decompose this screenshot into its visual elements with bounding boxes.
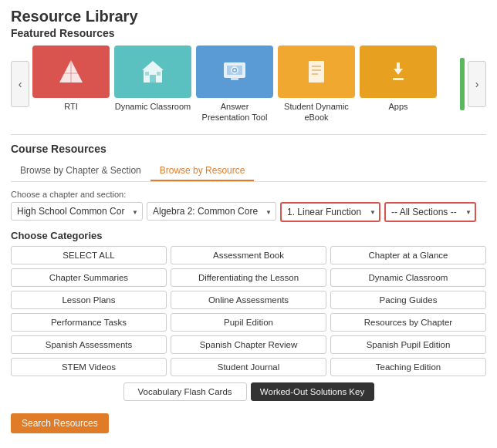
bottom-btn-worked-out[interactable]: Worked-Out Solutions Key [251, 382, 374, 401]
resource-card-label-rti: RTI [64, 101, 78, 112]
svg-rect-10 [231, 78, 238, 80]
tabs-row: Browse by Chapter & Section Browse by Re… [11, 161, 486, 182]
resource-card-label-apps: Apps [388, 101, 407, 112]
resource-card-label-dynamic: Dynamic Classroom [115, 101, 191, 112]
course-select[interactable]: Algebra 2: Common Core [147, 202, 276, 221]
bottom-row: Vocabulary Flash CardsWorked-Out Solutio… [11, 382, 486, 401]
svg-marker-4 [142, 61, 164, 70]
tab-chapter-section[interactable]: Browse by Chapter & Section [11, 161, 150, 181]
svg-rect-17 [393, 78, 404, 80]
course-wrapper: Algebra 2: Common Core [147, 202, 276, 222]
category-btn-teaching-edition[interactable]: Teaching Edition [330, 358, 486, 376]
carousel-prev-button[interactable]: ‹ [11, 61, 29, 107]
category-btn-stem-videos[interactable]: STEM Videos [11, 358, 167, 376]
category-btn-differentiating-the-lesson[interactable]: Differentiating the Lesson [171, 268, 326, 287]
chapter-wrapper: 1. Linear Function [280, 202, 380, 222]
chapter-select[interactable]: 1. Linear Function [280, 202, 380, 222]
category-btn-select-all[interactable]: SELECT ALL [11, 246, 167, 264]
green-progress-bar [460, 58, 465, 110]
category-btn-dynamic-classroom[interactable]: Dynamic Classroom [330, 268, 486, 287]
resource-card-icon-apps [360, 45, 437, 98]
section-select[interactable]: -- All Sections -- [384, 202, 476, 222]
carousel-items: RTI Dynamic Classroom [32, 45, 457, 123]
course-resources-section: Course Resources Browse by Chapter & Sec… [11, 134, 486, 433]
section-wrapper: -- All Sections -- [384, 202, 476, 222]
svg-rect-6 [145, 72, 149, 76]
resource-card-answer-presentation[interactable]: Answer Presentation Tool [196, 45, 273, 123]
search-resources-button[interactable]: Search Resources [11, 413, 109, 433]
svg-rect-5 [150, 75, 156, 83]
resource-card-dynamic-classroom[interactable]: Dynamic Classroom [114, 45, 191, 123]
resource-card-icon-ebook [278, 45, 355, 98]
category-btn-chapter-summaries[interactable]: Chapter Summaries [11, 268, 167, 287]
category-btn-chapter-at-a-glance[interactable]: Chapter at a Glance [330, 246, 486, 264]
resource-card-rti[interactable]: RTI [32, 45, 110, 123]
svg-point-12 [234, 69, 236, 72]
carousel: ‹ RTI [11, 45, 486, 123]
selectors-label: Choose a chapter and section: [11, 190, 486, 199]
resource-card-ebook[interactable]: Student Dynamic eBook [278, 45, 355, 123]
category-btn-online-assessments[interactable]: Online Assessments [171, 291, 326, 309]
tab-by-resource[interactable]: Browse by Resource [150, 161, 255, 181]
category-btn-lesson-plans[interactable]: Lesson Plans [11, 291, 167, 309]
bottom-btn-vocab[interactable]: Vocabulary Flash Cards [123, 382, 247, 401]
featured-title: Featured Resources [11, 27, 486, 39]
carousel-next-button[interactable]: › [468, 61, 486, 107]
category-btn-resources-by-chapter[interactable]: Resources by Chapter [330, 313, 486, 332]
category-btn-assessment-book[interactable]: Assessment Book [171, 246, 326, 264]
categories-label: Choose Categories [11, 230, 486, 241]
category-btn-performance-tasks[interactable]: Performance Tasks [11, 313, 167, 332]
svg-rect-13 [309, 61, 324, 83]
category-btn-spanish-assessments[interactable]: Spanish Assessments [11, 335, 167, 354]
page-title: Resource Library [11, 8, 486, 25]
category-btn-student-journal[interactable]: Student Journal [171, 358, 326, 376]
category-btn-spanish-chapter-review[interactable]: Spanish Chapter Review [171, 335, 326, 354]
resource-card-icon-answer [196, 45, 273, 98]
course-resources-title: Course Resources [11, 143, 486, 155]
school-level-select[interactable]: High School Common Cor [11, 202, 143, 221]
resource-card-icon-dynamic [114, 45, 191, 98]
resource-card-apps[interactable]: Apps [360, 45, 437, 123]
category-btn-pacing-guides[interactable]: Pacing Guides [330, 291, 486, 309]
resource-card-icon-rti [32, 45, 110, 98]
categories-grid: SELECT ALLAssessment BookChapter at a Gl… [11, 246, 486, 376]
selectors-row: High School Common Cor Algebra 2: Common… [11, 202, 486, 222]
school-level-wrapper: High School Common Cor [11, 202, 143, 222]
resource-card-label-answer: Answer Presentation Tool [196, 101, 273, 123]
category-btn-pupil-edition[interactable]: Pupil Edition [171, 313, 326, 332]
resource-card-label-ebook: Student Dynamic eBook [278, 101, 355, 123]
svg-rect-7 [157, 72, 161, 76]
svg-rect-19 [397, 62, 400, 70]
category-btn-spanish-pupil-edition[interactable]: Spanish Pupil Edition [330, 335, 486, 354]
